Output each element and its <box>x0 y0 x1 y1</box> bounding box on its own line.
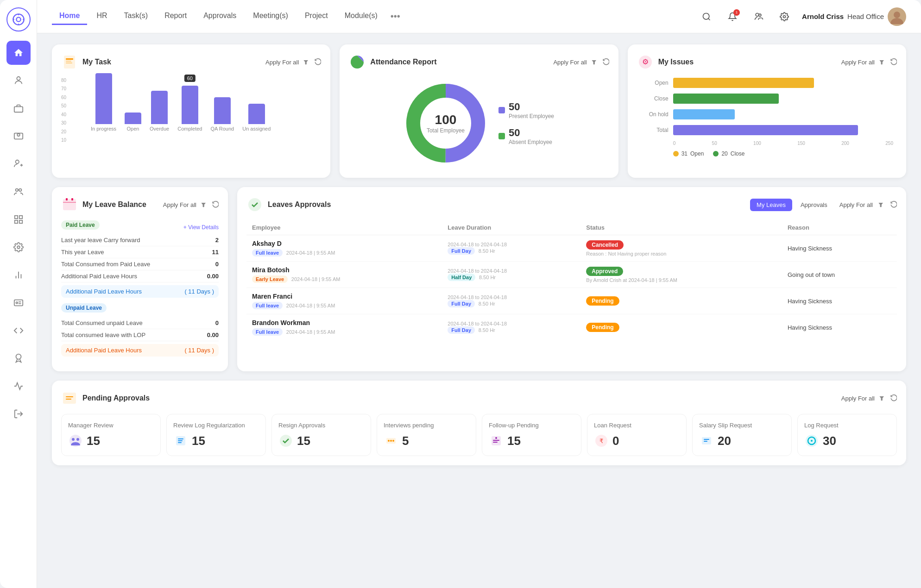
sidebar-item-money[interactable] <box>6 124 31 148</box>
svg-point-32 <box>783 15 786 18</box>
user-avatar[interactable] <box>888 7 906 26</box>
tab-modules[interactable]: Module(s) <box>337 8 385 25</box>
attendance-apply-all[interactable]: Apply For all <box>553 59 587 66</box>
pending-item-count: 15 <box>192 434 205 448</box>
pending-approval-item[interactable]: Interviews pending 5 <box>377 414 476 456</box>
bar-unassigned[interactable]: Un assigned <box>242 104 271 131</box>
pending-title: Pending Approvals <box>82 394 150 402</box>
pending-approval-item[interactable]: Manager Review 15 <box>61 414 161 456</box>
filter-icon[interactable] <box>303 58 310 66</box>
tab-my-leaves[interactable]: My Leaves <box>750 199 792 211</box>
pending-item-icon <box>173 433 188 448</box>
approvals-apply-all[interactable]: Apply For all <box>839 201 873 208</box>
app-logo[interactable] <box>6 7 31 31</box>
bar-in-progress[interactable]: In progress <box>91 73 116 131</box>
user-info[interactable]: Arnold Criss Head Office <box>802 7 906 26</box>
sidebar-item-code[interactable] <box>6 319 31 343</box>
attendance-filter-icon[interactable] <box>591 58 598 66</box>
notification-button[interactable]: 1 <box>724 8 741 25</box>
pending-approval-item[interactable]: Loan Request ₹ 0 <box>587 414 687 456</box>
col-employee: Employee <box>246 220 442 235</box>
sidebar-item-grid[interactable] <box>6 207 31 231</box>
svg-rect-51 <box>66 399 71 400</box>
svg-point-54 <box>76 438 79 441</box>
unpaid-leave-badge: Unpaid Leave <box>61 303 107 313</box>
legend-close-label: Close <box>731 150 745 157</box>
approvals-filter-icon[interactable] <box>877 201 885 208</box>
sidebar-item-person[interactable] <box>6 69 31 93</box>
approvals-table: Employee Leave Duration Status Reason Ak… <box>246 220 897 340</box>
employee-name: Maren Franci <box>252 293 436 300</box>
svg-rect-57 <box>178 440 183 441</box>
attendance-donut: 100 Total Employee <box>404 81 487 165</box>
svg-rect-36 <box>66 61 71 62</box>
pending-approval-item[interactable]: Resign Approvals 15 <box>271 414 371 456</box>
pending-refresh-icon[interactable] <box>889 394 897 402</box>
issues-apply-all[interactable]: Apply For all <box>841 59 875 66</box>
svg-point-74 <box>811 440 813 442</box>
sidebar-item-exit[interactable] <box>6 402 31 426</box>
leave-highlight-unpaid: Additional Paid Leave Hours ( 11 Days ) <box>61 344 219 357</box>
attendance-actions: Apply For all <box>553 58 609 66</box>
search-button[interactable] <box>698 8 715 25</box>
tab-approvals[interactable]: Approvals <box>794 199 834 211</box>
leave-filter-icon[interactable] <box>200 201 208 208</box>
sidebar-item-profile-card[interactable] <box>6 291 31 315</box>
leave-refresh-icon[interactable] <box>211 201 219 208</box>
sidebar-item-team[interactable] <box>6 180 31 204</box>
more-tabs-button[interactable]: ••• <box>387 9 404 24</box>
tab-project[interactable]: Project <box>297 8 335 25</box>
settings-button[interactable] <box>776 8 793 25</box>
bar-open[interactable]: Open <box>125 113 141 131</box>
pending-apply-all[interactable]: Apply For all <box>841 395 875 402</box>
tab-home[interactable]: Home <box>52 8 87 25</box>
svg-rect-58 <box>178 442 182 443</box>
attendance-refresh-icon[interactable] <box>602 58 609 66</box>
tab-tasks[interactable]: Task(s) <box>117 8 156 25</box>
issues-filter-icon[interactable] <box>878 58 886 66</box>
bar-completed[interactable]: 60 Completed <box>177 86 202 131</box>
svg-point-26 <box>16 354 21 359</box>
bar-completed-tooltip: 60 <box>184 75 196 82</box>
pending-approval-item[interactable]: Follow-up Pending 15 <box>482 414 581 456</box>
pending-item-count: 0 <box>612 434 619 448</box>
pending-item-icon: ₹ <box>594 433 609 448</box>
sidebar-item-briefcase[interactable] <box>6 96 31 120</box>
sidebar-item-add-person[interactable] <box>6 152 31 176</box>
sidebar-item-gear[interactable] <box>6 235 31 259</box>
sidebar-item-home[interactable] <box>6 41 31 65</box>
leave-apply-all[interactable]: Apply For all <box>163 201 196 208</box>
svg-rect-16 <box>14 220 17 223</box>
bar-qa-round[interactable]: QA Round <box>210 97 234 131</box>
tab-hr[interactable]: HR <box>89 8 114 25</box>
my-task-apply-all[interactable]: Apply For all <box>265 59 299 66</box>
employee-name: Mira Botosh <box>252 266 436 274</box>
tab-approvals[interactable]: Approvals <box>196 8 244 25</box>
tab-meetings[interactable]: Meeting(s) <box>246 8 296 25</box>
present-label: Present Employee <box>509 113 554 119</box>
middle-row: My Leave Balance Apply For all Paid Leav… <box>52 187 906 371</box>
refresh-icon[interactable] <box>314 58 321 66</box>
sidebar-item-award[interactable] <box>6 346 31 370</box>
view-details-link[interactable]: + View Details <box>183 224 219 231</box>
tab-report[interactable]: Report <box>157 8 194 25</box>
sidebar-item-pulse[interactable] <box>6 374 31 398</box>
approvals-refresh-icon[interactable] <box>889 201 897 208</box>
svg-rect-46 <box>71 198 73 200</box>
pending-approval-item[interactable]: Salary Slip Request 20 <box>692 414 792 456</box>
leave-hours: 8.50 Hr <box>479 275 496 280</box>
pending-approval-item[interactable]: Log Request 30 <box>797 414 897 456</box>
pending-item-icon <box>278 433 293 448</box>
sidebar-item-chart[interactable] <box>6 263 31 287</box>
leave-row-3: Total Consumed from Paid Leave 0 <box>61 258 219 270</box>
issues-refresh-icon[interactable] <box>889 58 897 66</box>
svg-point-28 <box>703 13 709 19</box>
leave-hours: 8.50 Hr <box>479 327 495 333</box>
pending-approval-item[interactable]: Review Log Regularization 15 <box>166 414 266 456</box>
pending-filter-icon[interactable] <box>878 394 886 402</box>
bar-overdue[interactable]: Overdue <box>150 91 169 131</box>
task-y-axis: 80 70 60 50 40 30 20 10 <box>61 78 66 143</box>
absent-count: 50 <box>509 127 552 139</box>
status-note: Reason : Not Having proper reason <box>586 251 776 256</box>
users-button[interactable] <box>750 8 767 25</box>
